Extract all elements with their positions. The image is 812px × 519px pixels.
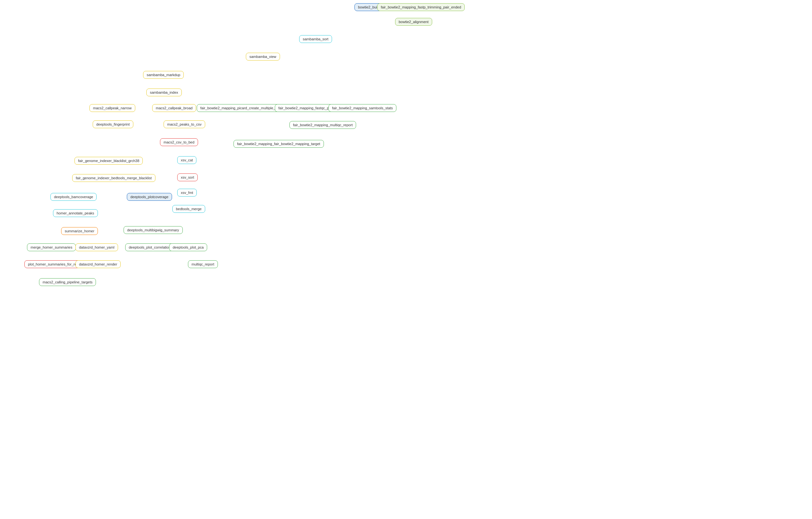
- node-fair_bowtie2_mapping_fair_bowtie2_mapping_target[interactable]: fair_bowtie2_mapping_fair_bowtie2_mappin…: [233, 140, 324, 148]
- node-fair_bowtie2_mapping_multiqc_report[interactable]: fair_bowtie2_mapping_multiqc_report: [289, 121, 356, 129]
- node-macs2_peaks_to_csv[interactable]: macs2_peaks_to_csv: [164, 120, 205, 128]
- svg-line-24: [187, 196, 189, 205]
- node-deeptools_fingerprint[interactable]: deeptools_fingerprint: [93, 120, 133, 128]
- node-homer_annotate_peaks[interactable]: homer_annotate_peaks: [53, 209, 98, 217]
- node-fair_genome_indexer_bedtools_merge_blacklist[interactable]: fair_genome_indexer_bedtools_merge_black…: [72, 174, 155, 182]
- node-sambamba_index[interactable]: sambamba_index: [146, 88, 182, 96]
- svg-line-16: [174, 112, 185, 120]
- node-deeptools_plot_pca[interactable]: deeptools_plot_pca: [169, 243, 207, 251]
- node-fair_genome_indexer_blacklist_grch38[interactable]: fair_genome_indexer_blacklist_grch38: [75, 157, 143, 165]
- node-deeptools_plot_correlation[interactable]: deeptools_plot_correlation: [125, 243, 174, 251]
- svg-line-5: [164, 60, 263, 71]
- svg-line-20: [74, 182, 114, 193]
- pipeline-dag: bowtie2_buildfair_bowtie2_mapping_fastp_…: [0, 0, 812, 519]
- svg-line-37: [150, 251, 203, 260]
- svg-line-47: [57, 268, 68, 278]
- node-datavzrd_homer_yaml[interactable]: datavzrd_homer_yaml: [76, 243, 118, 251]
- svg-line-41: [243, 112, 323, 121]
- svg-line-35: [150, 234, 153, 243]
- svg-line-45: [203, 148, 279, 260]
- node-summarize_homer[interactable]: summarize_homer: [61, 227, 98, 235]
- node-fair_bowtie2_mapping_samtools_stats[interactable]: fair_bowtie2_mapping_samtools_stats: [328, 104, 397, 112]
- svg-line-9: [164, 96, 244, 104]
- svg-line-48: [68, 268, 98, 278]
- svg-line-8: [164, 96, 174, 104]
- node-sambamba_markdup[interactable]: sambamba_markdup: [143, 71, 184, 79]
- node-multiqc_report[interactable]: multiqc_report: [188, 260, 218, 268]
- svg-line-6: [164, 79, 164, 88]
- svg-line-25: [189, 213, 203, 260]
- node-fair_bowtie2_mapping_fastp_trimming_pair_ended[interactable]: fair_bowtie2_mapping_fastp_trimming_pair…: [377, 3, 465, 11]
- svg-line-23: [187, 181, 187, 189]
- node-deeptools_bamcoverage[interactable]: deeptools_bamcoverage: [50, 193, 96, 201]
- node-macs2_callpeak_narrow[interactable]: macs2_callpeak_narrow: [89, 104, 135, 112]
- node-sambamba_sort[interactable]: sambamba_sort: [299, 35, 332, 43]
- svg-line-11: [164, 96, 362, 104]
- svg-line-3: [316, 26, 414, 35]
- node-xsv_fmt[interactable]: xsv_fmt: [177, 189, 197, 196]
- svg-line-42: [312, 112, 323, 121]
- svg-line-15: [113, 112, 185, 120]
- svg-line-44: [279, 129, 323, 140]
- node-macs2_callpeak_broad[interactable]: macs2_callpeak_broad: [152, 104, 196, 112]
- svg-line-10: [164, 96, 312, 104]
- svg-line-46: [68, 268, 203, 278]
- svg-line-26: [74, 201, 76, 209]
- svg-line-32: [51, 251, 203, 260]
- node-macs2_calling_pipeline_targets[interactable]: macs2_calling_pipeline_targets: [39, 278, 96, 286]
- node-merge_homer_summaries[interactable]: merge_homer_summaries: [27, 243, 76, 251]
- node-macs2_csv_to_bed[interactable]: macs2_csv_to_bed: [160, 138, 198, 146]
- svg-line-28: [76, 217, 80, 227]
- svg-line-22: [187, 164, 187, 173]
- svg-line-2: [414, 11, 421, 18]
- svg-line-7: [113, 96, 164, 104]
- svg-line-18: [179, 146, 187, 156]
- svg-line-29: [51, 235, 80, 243]
- node-bowtie2_alignment[interactable]: bowtie2_alignment: [395, 18, 432, 26]
- svg-line-33: [97, 251, 98, 260]
- svg-line-38: [188, 251, 203, 260]
- node-datavzrd_homer_render[interactable]: datavzrd_homer_render: [76, 260, 121, 268]
- svg-line-4: [263, 43, 316, 53]
- node-bedtools_merge[interactable]: bedtools_merge: [172, 205, 205, 213]
- node-sambamba_view[interactable]: sambamba_view: [246, 53, 280, 60]
- node-xsv_sort[interactable]: xsv_sort: [177, 173, 198, 181]
- node-deeptools_plotcoverage[interactable]: deeptools_plotcoverage: [127, 193, 172, 201]
- svg-line-31: [51, 251, 57, 260]
- svg-line-19: [109, 165, 114, 174]
- svg-line-36: [153, 234, 188, 243]
- node-deeptools_multibigwig_summary[interactable]: deeptools_multibigwig_summary: [123, 226, 183, 234]
- svg-line-21: [114, 182, 150, 193]
- svg-line-1: [369, 11, 414, 18]
- svg-line-17: [179, 128, 185, 138]
- dag-arrows: [0, 0, 812, 519]
- node-xsv_cat[interactable]: xsv_cat: [177, 156, 196, 164]
- svg-line-49: [113, 112, 113, 120]
- svg-line-43: [323, 112, 362, 121]
- svg-line-30: [80, 235, 97, 243]
- svg-line-50: [113, 112, 174, 120]
